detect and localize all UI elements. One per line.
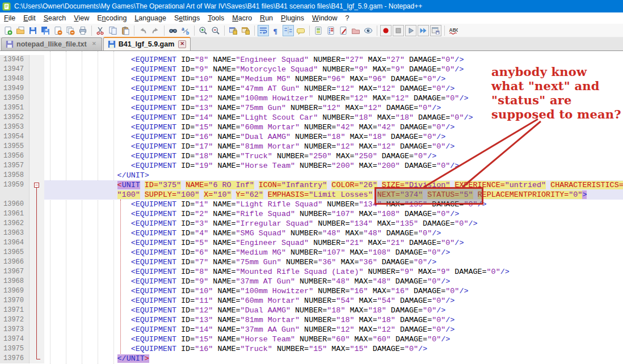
line-number[interactable]: 13976 [0,354,30,363]
code-text[interactable]: <EQUIPMENT ID="7" NAME="75mm Gun" NUMBER… [44,257,623,267]
code-text[interactable]: <EQUIPMENT ID="6" NAME="Medium MG" NUMBE… [44,248,623,257]
code-text[interactable]: <EQUIPMENT ID="10" NAME="100mm Howitzer"… [44,286,623,296]
line-number[interactable]: 13961 [0,209,30,219]
find-icon[interactable] [167,25,179,36]
code-line-13959[interactable]: 13959− <UNIT ID="375" NAME="6 RO Inf" IC… [0,180,623,190]
line-number[interactable]: 13948 [0,74,30,84]
macro-record-icon[interactable] [380,25,392,36]
line-number[interactable]: 13952 [0,113,30,122]
menu-item-encoding[interactable]: Encoding [93,13,131,23]
code-line-13974[interactable]: 13974 <EQUIPMENT ID="15" NAME="Horse Tea… [0,335,623,344]
menu-item-view[interactable]: View [70,13,93,23]
code-text[interactable]: <EQUIPMENT ID="8" NAME="Mounted Rifle Sq… [44,267,623,277]
code-line-13962[interactable]: 13962 <EQUIPMENT ID="3" NAME="Irregular … [0,219,623,228]
redo-icon[interactable] [150,25,161,36]
code-text[interactable]: <EQUIPMENT ID="1" NAME="Light Rifle Squa… [44,200,623,209]
code-line-13961[interactable]: 13961 <EQUIPMENT ID="2" NAME="Rifle Squa… [0,209,623,219]
line-number[interactable]: 13972 [0,315,30,325]
code-line-13953[interactable]: 13953 <EQUIPMENT ID="15" NAME="60mm Mort… [0,122,623,132]
code-text[interactable]: <EQUIPMENT ID="17" NAME="81mm Mortar" NU… [44,142,623,151]
code-line-13956[interactable]: 13956 <EQUIPMENT ID="18" NAME="Truck" NU… [0,151,623,161]
code-line-13960[interactable]: 13960 <EQUIPMENT ID="1" NAME="Light Rifl… [0,200,623,209]
line-number[interactable]: 13970 [0,296,30,306]
line-number[interactable]: 13975 [0,344,30,354]
preview-eye-icon[interactable] [363,25,374,36]
undo-icon[interactable] [137,25,149,36]
code-line-13972[interactable]: 13972 <EQUIPMENT ID="13" NAME="81mm Mort… [0,315,623,325]
line-number[interactable]: 13971 [0,306,30,315]
code-text[interactable]: <EQUIPMENT ID="18" NAME="Truck" NUMBER="… [44,151,623,161]
line-number[interactable]: 13949 [0,84,30,94]
line-number[interactable]: 13958 [0,171,30,180]
line-number[interactable]: 13966 [0,257,30,267]
line-number[interactable]: 13964 [0,238,30,248]
code-text[interactable]: <EQUIPMENT ID="16" NAME="Dual AAMG" NUMB… [44,132,623,142]
line-number[interactable]: 13947 [0,65,30,74]
code-editor[interactable]: 13946 <EQUIPMENT ID="8" NAME="Engineer S… [0,51,623,364]
line-number[interactable]: 13955 [0,142,30,151]
code-text[interactable]: <EQUIPMENT ID="3" NAME="Irregular Squad"… [44,219,623,228]
code-line-13946[interactable]: 13946 <EQUIPMENT ID="8" NAME="Engineer S… [0,55,623,65]
code-line-13966[interactable]: 13966 <EQUIPMENT ID="7" NAME="75mm Gun" … [0,257,623,267]
tab-close-icon[interactable]: ✕ [178,40,186,48]
code-line-13967[interactable]: 13967 <EQUIPMENT ID="8" NAME="Mounted Ri… [0,267,623,277]
menu-item-file[interactable]: File [0,13,19,23]
code-line-wrap[interactable]: "100" SUPPLY="100" X="10" Y="62" EMPHASI… [0,190,623,200]
copy-icon[interactable] [107,25,119,36]
function-list-icon[interactable] [325,25,336,36]
save-all-icon[interactable] [40,25,51,36]
code-line-13954[interactable]: 13954 <EQUIPMENT ID="16" NAME="Dual AAMG… [0,132,623,142]
document-map-icon[interactable] [313,25,324,36]
line-number[interactable]: 13954 [0,132,30,142]
folder-workspace-icon[interactable] [350,25,361,36]
line-number[interactable]: 13969 [0,286,30,296]
line-number[interactable]: 13950 [0,94,30,103]
macro-stop-icon[interactable] [393,25,404,36]
show-all-chars-icon[interactable]: ¶ [270,25,281,36]
close-icon[interactable] [52,25,64,36]
macro-save-icon[interactable] [430,25,441,36]
menu-item-macro[interactable]: Macro [228,13,256,23]
line-number[interactable]: 13960 [0,200,30,209]
line-number[interactable] [0,190,30,200]
save-icon[interactable] [27,25,39,36]
code-line-13975[interactable]: 13975 <EQUIPMENT ID="16" NAME="Truck" NU… [0,344,623,354]
code-text[interactable]: <EQUIPMENT ID="15" NAME="60mm Mortar" NU… [44,122,623,132]
line-number[interactable]: 13962 [0,219,30,228]
paste-icon[interactable] [120,25,131,36]
line-number[interactable]: 13968 [0,277,30,286]
zoom-out-icon[interactable] [210,25,221,36]
replace-icon[interactable]: ab [180,25,191,36]
tab-notepad-llike-file[interactable]: notepad_llike_file.txt ✕ [1,37,102,50]
cut-icon[interactable] [95,25,106,36]
line-number[interactable]: 13967 [0,267,30,277]
close-all-icon[interactable] [65,25,76,36]
tab-b41-lgf-gam[interactable]: B41_lgf_5.9.gam ✕ [103,37,191,50]
code-text[interactable]: <EQUIPMENT ID="8" NAME="Engineer Squad" … [44,55,623,65]
code-text[interactable]: <EQUIPMENT ID="5" NAME="Engineer Squad" … [44,238,623,248]
code-text[interactable]: <EQUIPMENT ID="13" NAME="81mm Mortar" NU… [44,315,623,325]
new-file-icon[interactable] [2,25,14,36]
menu-item-search[interactable]: Search [40,13,70,23]
fold-collapse-icon[interactable]: − [30,180,44,190]
zoom-in-icon[interactable] [197,25,209,36]
document-monitor-icon[interactable] [338,25,349,36]
code-text[interactable]: <EQUIPMENT ID="11" NAME="60mm Mortar" NU… [44,296,623,306]
code-text[interactable]: <UNIT ID="375" NAME="6 RO Inf" ICON="Inf… [44,180,623,190]
code-text[interactable]: "100" SUPPLY="100" X="10" Y="62" EMPHASI… [44,190,623,200]
line-number[interactable]: 13946 [0,55,30,65]
line-number[interactable]: 13956 [0,151,30,161]
code-text[interactable]: </UNIT> [44,171,623,180]
line-number[interactable]: 13965 [0,248,30,257]
spell-check-icon[interactable]: ABC [448,25,459,36]
code-text[interactable]: <EQUIPMENT ID="12" NAME="Dual AAMG" NUMB… [44,306,623,315]
macro-run-multiple-icon[interactable] [418,25,429,36]
menu-item-language[interactable]: Language [131,13,170,23]
menu-item-edit[interactable]: Edit [19,13,40,23]
code-line-13964[interactable]: 13964 <EQUIPMENT ID="5" NAME="Engineer S… [0,238,623,248]
code-line-13973[interactable]: 13973 <EQUIPMENT ID="14" NAME="37mm AA G… [0,325,623,335]
function-completion-icon[interactable] [295,25,306,36]
line-number[interactable]: 13951 [0,103,30,113]
menu-item-tools[interactable]: Tools [204,13,228,23]
line-number[interactable]: 13959 [0,180,30,190]
